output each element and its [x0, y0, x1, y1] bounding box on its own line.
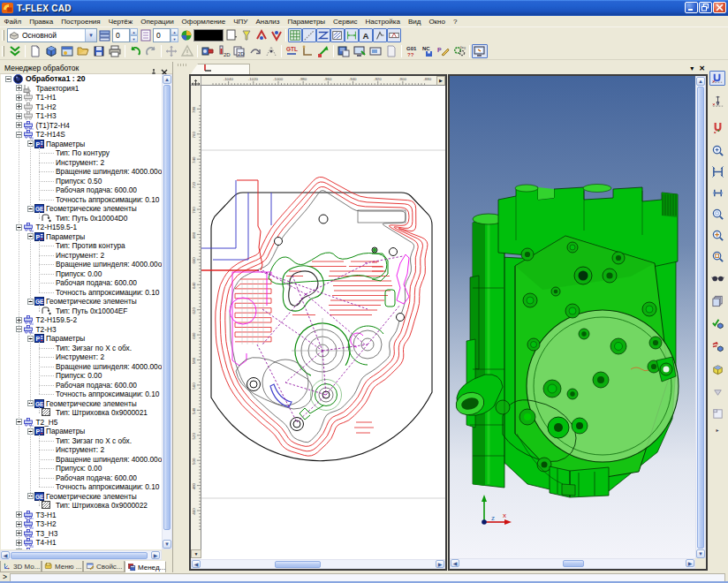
drawing-canvas-2d[interactable] [201, 86, 445, 559]
ruler-right-button[interactable]: ▶ [436, 76, 445, 86]
menu-item-4[interactable]: Чертёж [104, 18, 137, 26]
toolbar-grip[interactable] [2, 30, 4, 41]
tree-label[interactable]: Параметры [46, 232, 85, 241]
pages-2d-button[interactable]: 2D [231, 44, 247, 58]
menu-item-5[interactable]: Операции [137, 18, 178, 26]
view-3d-canvas[interactable]: z x [450, 76, 695, 558]
gtl-button[interactable]: GTL [284, 44, 300, 58]
tree-label[interactable]: Инструмент: 2 [56, 251, 104, 260]
spinner-2[interactable]: ▲▼ [171, 28, 178, 42]
tree-label[interactable]: Обработка1 : 20 [26, 74, 86, 83]
menu-item-7[interactable]: ЧПУ [230, 18, 252, 26]
pages-stack-button[interactable] [709, 293, 725, 308]
tree-label[interactable]: Припуск: 0.50 [56, 177, 102, 186]
tree-label[interactable]: Геометрические элементы [46, 297, 137, 306]
axis-dots-button[interactable] [263, 44, 279, 58]
red-arrow-cube-button[interactable] [709, 339, 725, 354]
dimension-button[interactable] [345, 28, 359, 42]
tree-label[interactable]: Припуск: 0.00 [56, 269, 102, 278]
tree-label[interactable]: Геометрические элементы [46, 204, 137, 213]
cube-yellow-button[interactable] [709, 362, 725, 377]
minimize-button[interactable] [685, 2, 698, 13]
tree-label[interactable]: Тип: Путь 0x10004EF [56, 307, 127, 315]
menu-item-3[interactable]: Построения [57, 18, 104, 26]
scroll-up-icon[interactable]: ▲ [163, 75, 171, 84]
tree-label[interactable]: Точность аппроксимации: 0.10 [56, 482, 159, 491]
rotate-tool-button[interactable] [247, 44, 263, 58]
tree-label[interactable]: Траектория1 [36, 84, 80, 93]
scroll-down-icon[interactable]: ▼ [163, 540, 171, 549]
ruler-bottom-button[interactable]: ▼ [191, 549, 201, 558]
menu-item-14[interactable]: ? [449, 18, 460, 26]
menu-item-10[interactable]: Сервис [330, 18, 361, 26]
page-gray-button[interactable] [383, 44, 399, 58]
tree-label[interactable]: Инструмент: 2 [56, 352, 104, 361]
close-panel-icon[interactable] [160, 64, 169, 72]
print-button[interactable] [107, 44, 123, 58]
panel-tab-1[interactable]: 3D Мо... [0, 561, 42, 572]
color-swatch[interactable] [193, 29, 224, 42]
menu-item-12[interactable]: Вид [404, 18, 424, 26]
roughness-button[interactable] [373, 28, 387, 42]
new-page-button[interactable] [27, 44, 43, 58]
machine-swap-button[interactable] [336, 44, 352, 58]
thermo-12d-button[interactable]: 2D [216, 44, 231, 58]
tree-label[interactable]: Геометрические элементы [46, 492, 137, 501]
filter-y-button[interactable] [239, 28, 254, 42]
toolbar-expand-button[interactable]: ▸ [709, 426, 725, 433]
layers-button[interactable] [97, 28, 112, 42]
menu-item-2[interactable]: Правка [26, 18, 57, 26]
tree-label[interactable]: Точность аппроксимации: 0.10 [56, 195, 159, 204]
triangle-gray-button[interactable] [709, 385, 725, 400]
construction-button[interactable] [302, 28, 316, 42]
zoom-dyn-button[interactable] [709, 228, 725, 243]
scroll-right-icon[interactable]: ▶ [151, 551, 160, 559]
tree-label[interactable]: Тип: Штриховка 0x9000021 [56, 408, 148, 417]
gears-button[interactable]: f=x [451, 44, 467, 58]
tree-label[interactable]: T1-H3 [36, 111, 57, 120]
zoom-circle-button[interactable] [709, 207, 725, 222]
menu-item-9[interactable]: Параметры [284, 18, 330, 26]
menu-item-8[interactable]: Анализ [252, 18, 284, 26]
redo-button[interactable] [143, 44, 159, 58]
check-cube-button[interactable] [709, 316, 725, 331]
text-a-button[interactable]: A [359, 28, 373, 42]
tree-label[interactable]: Точность аппроксимации: 0.10 [56, 288, 159, 297]
tree-label[interactable]: Припуск: 0.00 [56, 371, 102, 380]
zoom-in-button[interactable] [709, 143, 725, 158]
redfly-button[interactable] [254, 28, 269, 42]
tree-label[interactable]: T2-H159.5-2 [36, 315, 78, 324]
tree-label[interactable]: (T1)T2-H4 [36, 121, 70, 130]
tree-expand-minus[interactable] [5, 76, 11, 82]
glasses-button[interactable] [709, 270, 725, 285]
level-field-1[interactable]: 0 [112, 28, 130, 42]
panel-tab-4[interactable]: Менед... [125, 561, 166, 573]
monitor-green-button[interactable] [352, 44, 368, 58]
zoom-page-button[interactable] [709, 249, 725, 264]
grid-green-button[interactable] [288, 28, 302, 42]
tree-hscrollbar[interactable]: ◀ ▶ [0, 550, 162, 560]
nc-save-button[interactable]: NC [420, 44, 436, 58]
tree-label[interactable]: Геометрические элементы [46, 399, 137, 408]
layer-combobox[interactable]: Основной▼ [7, 28, 97, 42]
tree-label[interactable]: Припуск: 0.00 [56, 464, 102, 473]
magnet-dash-button[interactable] [709, 71, 725, 86]
pin-dash-button[interactable] [709, 94, 725, 109]
cube-blue-button[interactable] [43, 44, 59, 58]
tree-label[interactable]: T2-H3 [36, 325, 57, 334]
tolerance-button[interactable] [387, 28, 401, 42]
pin-icon[interactable] [149, 64, 158, 72]
zigzag-button[interactable] [316, 28, 330, 42]
view3d-vscrollbar[interactable]: ▲ ▼ [695, 76, 706, 558]
tree-label[interactable]: Инструмент: 2 [56, 158, 104, 167]
collapse-green-button[interactable] [7, 44, 23, 58]
canvas2d-hscrollbar[interactable]: ◀ ▶ [191, 559, 445, 569]
frame-h2-button[interactable] [709, 186, 725, 201]
tree-label[interactable]: T4-H1 [36, 538, 57, 547]
tree-label[interactable]: T1-H2 [36, 102, 57, 111]
scroll-left-icon[interactable]: ◀ [192, 560, 201, 568]
scroll-up-icon[interactable]: ▲ [696, 77, 705, 86]
restore-button[interactable] [699, 2, 712, 13]
tree-label[interactable]: Тип: Зигзаг по X с обх. [56, 344, 132, 352]
tool-red-button[interactable] [200, 44, 216, 58]
